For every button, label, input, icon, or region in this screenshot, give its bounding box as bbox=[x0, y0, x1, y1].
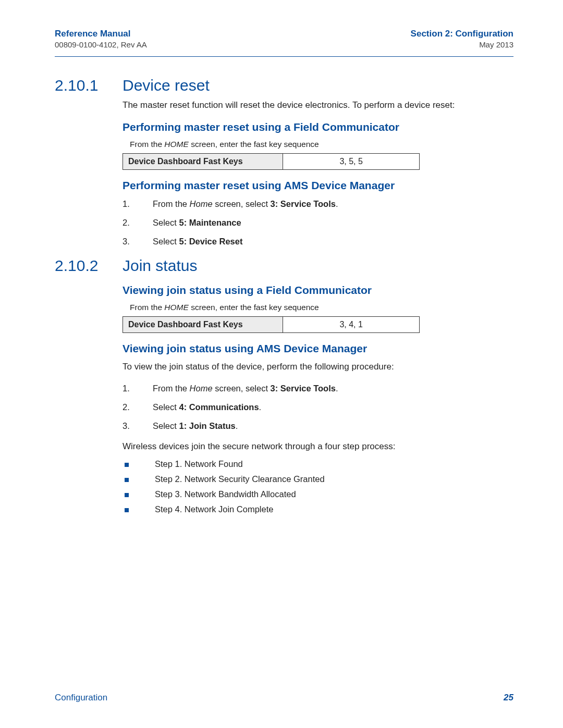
step-number: 2. bbox=[123, 217, 153, 228]
subheading-field-comm-join: Viewing join status using a Field Commun… bbox=[123, 284, 513, 297]
join-process-steps: Step 1. Network Found Step 2. Network Se… bbox=[123, 459, 513, 514]
section-intro: The master reset function will reset the… bbox=[123, 100, 513, 112]
step-text: Select 1: Join Status. bbox=[153, 420, 238, 431]
fastkeys-value: 3, 5, 5 bbox=[283, 153, 420, 169]
list-item: Step 4. Network Join Complete bbox=[123, 504, 513, 514]
list-item: 1. From the Home screen, select 3: Servi… bbox=[123, 382, 513, 394]
header-left-sub: 00809-0100-4102, Rev AA bbox=[55, 40, 147, 49]
step-text: Select 5: Device Reset bbox=[153, 236, 242, 247]
header-left-title: Reference Manual bbox=[55, 29, 147, 39]
bullet-icon bbox=[125, 508, 129, 512]
step-text: Select 4: Communications. bbox=[153, 401, 261, 413]
step-number: 1. bbox=[123, 382, 153, 394]
ams-join-steps: 1. From the Home screen, select 3: Servi… bbox=[123, 382, 513, 432]
fastkeys-value: 3, 4, 1 bbox=[283, 316, 420, 332]
text: screen, enter the fast key sequence bbox=[189, 303, 319, 312]
section-2-10-2: 2.10.2 Join status bbox=[55, 257, 513, 275]
ams-join-intro: To view the join status of the device, p… bbox=[123, 361, 513, 373]
ams-reset-steps: 1. From the Home screen, select 3: Servi… bbox=[123, 198, 513, 248]
home-screen-ref: HOME bbox=[164, 303, 189, 312]
section-number: 2.10.2 bbox=[55, 257, 123, 275]
section-2-10-1: 2.10.1 Device reset bbox=[55, 77, 513, 94]
step-number: 3. bbox=[123, 420, 153, 431]
bullet-text: Step 2. Network Security Clearance Grant… bbox=[155, 474, 325, 484]
list-item: 3. Select 5: Device Reset bbox=[123, 236, 513, 247]
list-item: 2. Select 5: Maintenance bbox=[123, 217, 513, 228]
fastkey-instruction: From the HOME screen, enter the fast key… bbox=[130, 140, 513, 149]
list-item: Step 2. Network Security Clearance Grant… bbox=[123, 474, 513, 484]
footer-section: Configuration bbox=[55, 693, 107, 703]
process-intro: Wireless devices join the secure network… bbox=[123, 441, 513, 453]
fastkeys-label: Device Dashboard Fast Keys bbox=[123, 153, 283, 169]
fastkeys-table-reset: Device Dashboard Fast Keys 3, 5, 5 bbox=[123, 153, 420, 170]
fastkey-instruction: From the HOME screen, enter the fast key… bbox=[130, 303, 513, 312]
list-item: 2. Select 4: Communications. bbox=[123, 401, 513, 413]
bullet-text: Step 4. Network Join Complete bbox=[155, 504, 273, 514]
step-number: 3. bbox=[123, 236, 153, 247]
header-right-title: Section 2: Configuration bbox=[411, 29, 513, 39]
bullet-text: Step 3. Network Bandwidth Allocated bbox=[155, 489, 296, 499]
page-footer: Configuration 25 bbox=[55, 693, 513, 703]
home-screen-ref: HOME bbox=[164, 140, 189, 149]
step-text: From the Home screen, select 3: Service … bbox=[153, 382, 338, 394]
header-rule bbox=[55, 56, 513, 57]
page-header: Reference Manual 00809-0100-4102, Rev AA… bbox=[55, 29, 513, 49]
bullet-icon bbox=[125, 463, 129, 467]
text: screen, enter the fast key sequence bbox=[189, 140, 319, 149]
bullet-icon bbox=[125, 478, 129, 482]
bullet-text: Step 1. Network Found bbox=[155, 459, 243, 469]
header-right-sub: May 2013 bbox=[411, 40, 513, 49]
step-text: From the Home screen, select 3: Service … bbox=[153, 198, 338, 209]
list-item: 1. From the Home screen, select 3: Servi… bbox=[123, 198, 513, 209]
step-number: 1. bbox=[123, 198, 153, 209]
text: From the bbox=[130, 140, 164, 149]
list-item: 3. Select 1: Join Status. bbox=[123, 420, 513, 431]
fastkeys-label: Device Dashboard Fast Keys bbox=[123, 316, 283, 332]
list-item: Step 1. Network Found bbox=[123, 459, 513, 469]
subheading-ams-join: Viewing join status using AMS Device Man… bbox=[123, 342, 513, 355]
fastkeys-table-join: Device Dashboard Fast Keys 3, 4, 1 bbox=[123, 316, 420, 333]
step-text: Select 5: Maintenance bbox=[153, 217, 241, 228]
section-title: Join status bbox=[123, 257, 197, 275]
step-number: 2. bbox=[123, 401, 153, 413]
bullet-icon bbox=[125, 493, 129, 497]
subheading-field-comm-reset: Performing master reset using a Field Co… bbox=[123, 121, 513, 133]
section-number: 2.10.1 bbox=[55, 77, 123, 94]
text: From the bbox=[130, 303, 164, 312]
subheading-ams-reset: Performing master reset using AMS Device… bbox=[123, 179, 513, 192]
list-item: Step 3. Network Bandwidth Allocated bbox=[123, 489, 513, 499]
footer-page-number: 25 bbox=[504, 693, 513, 703]
section-title: Device reset bbox=[123, 77, 210, 94]
